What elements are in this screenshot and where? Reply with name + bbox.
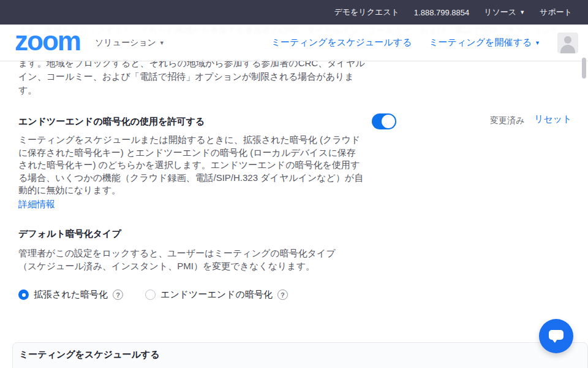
schedule-meeting-section-header: ミーティングをスケジュールする bbox=[12, 342, 588, 368]
modified-badge: 変更済み bbox=[490, 115, 524, 126]
default-encryption-description: 管理者がこの設定をロックすると、ユーザーはミーティングの暗号化タイプ（スケジュー… bbox=[18, 247, 339, 272]
resources-menu[interactable]: リソース▼ bbox=[484, 7, 525, 18]
e2e-encryption-toggle[interactable] bbox=[372, 113, 396, 129]
e2e-encryption-setting-title: エンドツーエンドの暗号化の使用を許可する bbox=[18, 116, 205, 128]
settings-page: ます。地域をブロックすると、それらの地域から参加する参加者のCRC、ダイヤルイン… bbox=[0, 25, 588, 368]
radio-enhanced-encryption[interactable]: 拡張された暗号化 ? bbox=[18, 289, 123, 301]
radio-selected-icon[interactable] bbox=[18, 289, 29, 300]
learn-more-link[interactable]: 詳細情報 bbox=[18, 199, 55, 210]
section-bar-title: ミーティングをスケジュールする bbox=[19, 349, 587, 361]
chevron-down-icon: ▼ bbox=[519, 9, 525, 15]
schedule-meeting-link[interactable]: ミーティングをスケジュールする bbox=[271, 37, 412, 48]
encryption-type-options: 拡張された暗号化 ? エンドツーエンドの暗号化 ? bbox=[18, 289, 288, 301]
radio-e2e-encryption[interactable]: エンドツーエンドの暗号化 ? bbox=[145, 289, 288, 301]
scrollbar-thumb[interactable] bbox=[582, 58, 586, 79]
chevron-down-icon: ▼ bbox=[159, 40, 165, 46]
chevron-down-icon: ▼ bbox=[535, 40, 540, 46]
support-link[interactable]: サポート bbox=[540, 7, 572, 18]
user-avatar[interactable] bbox=[557, 33, 578, 53]
toggle-knob bbox=[382, 115, 395, 128]
help-icon[interactable]: ? bbox=[113, 289, 123, 300]
avatar-person-icon bbox=[560, 45, 575, 53]
avatar-person-icon bbox=[564, 36, 571, 44]
default-encryption-title: デフォルト暗号化タイプ bbox=[18, 228, 121, 240]
solutions-menu[interactable]: ソリューション▼ bbox=[95, 37, 165, 48]
topbar: デモをリクエスト 1.888.799.8854 リソース▼ サポート bbox=[0, 0, 588, 25]
reset-link[interactable]: リセット bbox=[534, 113, 571, 125]
host-meeting-menu[interactable]: ミーティングを開催する▼ bbox=[429, 37, 540, 48]
e2e-encryption-description: ミーティングをスケジュールまたは開始するときに、拡張された暗号化 (クラウドに保… bbox=[18, 134, 365, 197]
phone-number-link[interactable]: 1.888.799.8854 bbox=[414, 8, 469, 17]
radio-e2e-label: エンドツーエンドの暗号化 bbox=[160, 289, 273, 301]
radio-enhanced-label: 拡張された暗号化 bbox=[34, 289, 108, 301]
zoom-logo[interactable]: zoom bbox=[15, 28, 80, 58]
radio-unselected-icon[interactable] bbox=[145, 289, 156, 300]
help-icon[interactable]: ? bbox=[277, 289, 288, 300]
request-demo-link[interactable]: デモをリクエスト bbox=[334, 7, 399, 18]
site-header: zoom ソリューション▼ ミーティングをスケジュールする ミーティングを開催す… bbox=[0, 25, 588, 61]
blocked-regions-description: ます。地域をブロックすると、それらの地域から参加する参加者のCRC、ダイヤルイン… bbox=[18, 56, 365, 97]
chat-bubble-icon bbox=[549, 330, 564, 340]
chat-launcher-button[interactable] bbox=[539, 319, 573, 353]
